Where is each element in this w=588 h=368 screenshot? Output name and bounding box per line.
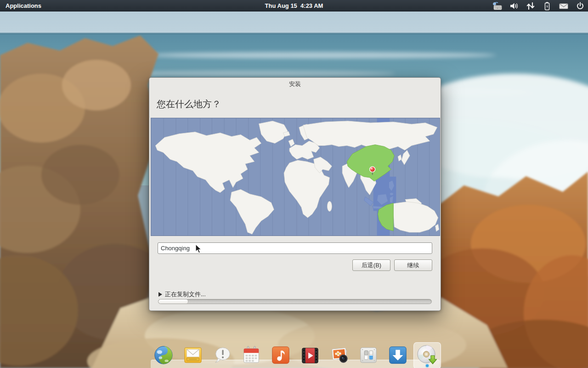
running-indicator-dot	[426, 364, 429, 367]
photos-icon[interactable]	[328, 344, 351, 366]
back-button[interactable]: 后退(B)	[352, 259, 390, 271]
volume-icon[interactable]	[509, 1, 519, 11]
music-icon[interactable]	[270, 344, 292, 366]
progress-expander[interactable]: 正在复制文件...	[158, 290, 206, 299]
calendar-icon[interactable]	[240, 344, 262, 366]
dock	[151, 341, 440, 368]
mail-icon[interactable]	[559, 1, 569, 11]
continue-button[interactable]: 继续	[394, 259, 432, 271]
videos-icon[interactable]	[299, 344, 321, 366]
desktop: Applications Thu Aug 15 4:23 AM	[0, 0, 588, 368]
software-updater-icon[interactable]	[387, 344, 409, 366]
power-icon[interactable]	[575, 1, 585, 11]
battery-charging-icon[interactable]	[542, 1, 552, 11]
system-settings-icon[interactable]	[357, 344, 379, 366]
os-installer-disc-icon[interactable]	[416, 344, 438, 366]
installer-window-title: 安装	[289, 80, 301, 87]
timezone-map[interactable]	[151, 118, 440, 236]
applications-menu[interactable]: Applications	[0, 0, 47, 12]
system-tray	[492, 0, 585, 12]
progress-bar	[158, 299, 432, 304]
expander-triangle-icon	[158, 292, 162, 297]
mouse-cursor	[195, 244, 203, 256]
messaging-icon[interactable]	[211, 344, 233, 366]
mail-app-icon[interactable]	[182, 344, 204, 366]
clock-indicator[interactable]: Thu Aug 15 4:23 AM	[265, 2, 323, 9]
progress-label: 正在复制文件...	[165, 290, 206, 299]
network-arrows-icon[interactable]	[526, 1, 536, 11]
progress-fill	[158, 299, 188, 304]
web-browser-icon[interactable]	[153, 344, 175, 366]
installer-titlebar[interactable]: 安装	[149, 78, 441, 91]
input-method-keyboard-icon[interactable]	[492, 1, 503, 11]
installer-window: 安装 您在什么地方？	[149, 77, 441, 311]
installer-heading: 您在什么地方？	[157, 98, 221, 110]
top-panel: Applications Thu Aug 15 4:23 AM	[0, 0, 588, 12]
